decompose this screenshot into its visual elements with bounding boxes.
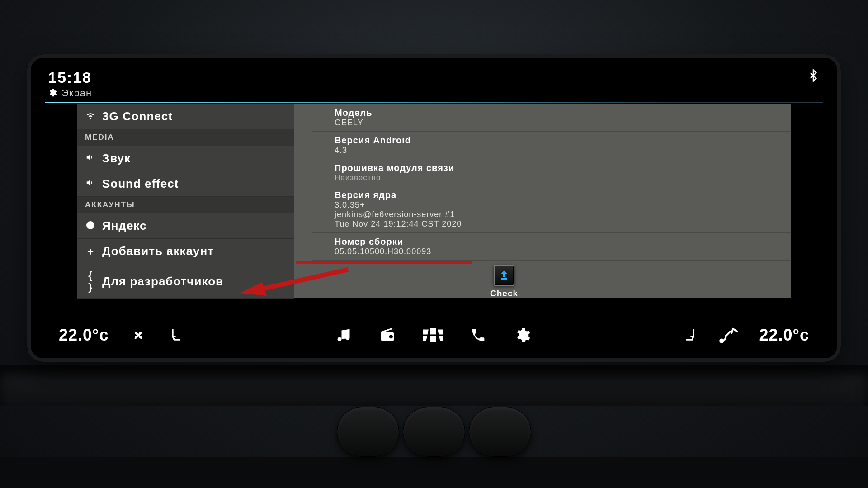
sidebar-item-label: Для разработчиков xyxy=(102,275,223,289)
svg-rect-8 xyxy=(430,328,436,334)
svg-rect-9 xyxy=(438,329,443,334)
seat-right-icon[interactable] xyxy=(680,326,698,344)
info-build-number[interactable]: Номер сборки 05.05.10500.H30.00093 xyxy=(312,233,791,261)
dock-right-cluster: 22.0°c xyxy=(680,326,809,345)
svg-line-6 xyxy=(381,329,392,332)
plus-icon: ＋ xyxy=(85,245,96,258)
bluetooth-icon[interactable] xyxy=(807,69,820,85)
speaker-icon xyxy=(85,152,96,165)
sidebar-item-sound-effect[interactable]: Sound effect xyxy=(77,171,294,197)
sidebar-item-yandex[interactable]: Яндекс xyxy=(77,213,294,239)
info-label: Версия ядра xyxy=(335,190,782,200)
clock: 15:18 xyxy=(48,69,92,86)
settings-icon[interactable] xyxy=(514,327,531,344)
svg-marker-2 xyxy=(240,282,267,296)
svg-rect-10 xyxy=(423,336,427,341)
sidebar-item-label: Яндекс xyxy=(102,219,147,233)
info-model[interactable]: Модель GEELY xyxy=(312,104,791,132)
dock-left-cluster: 22.0°c xyxy=(59,326,186,345)
sidebar-item-add-account[interactable]: ＋ Добавить аккаунт xyxy=(77,239,294,264)
seat-left-icon[interactable] xyxy=(168,326,186,344)
airflow-icon[interactable] xyxy=(719,326,739,344)
info-android-version[interactable]: Версия Android 4.3 xyxy=(312,132,791,159)
info-value: GEELY xyxy=(335,118,782,128)
sidebar-item-label: Звук xyxy=(102,152,131,166)
info-label: Версия Android xyxy=(335,135,782,146)
info-value: 3.0.35+ xyxy=(335,200,782,210)
breadcrumb[interactable]: Экран xyxy=(45,87,823,102)
header-divider xyxy=(45,102,823,103)
breadcrumb-label: Экран xyxy=(61,87,92,99)
svg-point-13 xyxy=(720,339,723,342)
svg-rect-0 xyxy=(501,278,507,280)
svg-rect-12 xyxy=(439,336,443,341)
info-baseband[interactable]: Прошивка модуля связи Неизвестно xyxy=(312,159,791,186)
check-update-label: Check Update xyxy=(475,289,533,298)
svg-point-5 xyxy=(389,335,393,338)
bottom-dock: 22.0°c xyxy=(45,320,823,350)
speaker-icon xyxy=(85,178,96,190)
temp-left[interactable]: 22.0°c xyxy=(59,326,108,345)
svg-point-3 xyxy=(137,334,140,337)
sidebar-item-label: Sound effect xyxy=(102,177,179,191)
account-icon xyxy=(85,220,96,232)
sidebar-item-label: 3G Connect xyxy=(102,109,173,123)
annotation-arrow xyxy=(235,265,353,297)
main-content: 3G Connect MEDIA Звук Sound effect АККАУ… xyxy=(45,104,823,298)
info-value: Tue Nov 24 19:12:44 CST 2020 xyxy=(335,219,782,229)
info-label: Модель xyxy=(335,108,782,118)
info-value: 05.05.10500.H30.00093 xyxy=(335,247,782,256)
apps-icon[interactable] xyxy=(423,327,443,343)
info-value: Неизвестно xyxy=(335,173,782,182)
wifi-icon xyxy=(85,110,96,123)
about-panel: Модель GEELY Версия Android 4.3 Прошивка… xyxy=(294,104,791,298)
info-value: 4.3 xyxy=(335,146,782,155)
check-update-button[interactable]: Check Update xyxy=(475,265,533,298)
music-icon[interactable] xyxy=(335,327,352,343)
gear-icon xyxy=(48,88,57,99)
info-kernel[interactable]: Версия ядра 3.0.35+ jenkins@fe6version-s… xyxy=(312,186,791,233)
dock-center-cluster xyxy=(335,327,531,344)
radio-icon[interactable] xyxy=(379,327,396,344)
svg-rect-11 xyxy=(430,336,436,342)
status-bar: 15:18 xyxy=(45,67,823,87)
temp-right[interactable]: 22.0°c xyxy=(760,326,809,345)
info-label: Прошивка модуля связи xyxy=(335,163,782,173)
dashboard-shelf xyxy=(0,365,868,406)
svg-line-1 xyxy=(258,270,348,290)
sidebar-item-label: Добавить аккаунт xyxy=(102,244,214,258)
sidebar-header-accounts: АККАУНТЫ xyxy=(77,197,294,213)
sidebar-header-media: MEDIA xyxy=(77,129,294,146)
sidebar-item-sound[interactable]: Звук xyxy=(77,146,294,171)
fan-icon[interactable] xyxy=(129,326,147,344)
upload-icon xyxy=(494,265,514,286)
annotation-underline xyxy=(296,261,472,264)
phone-icon[interactable] xyxy=(470,327,486,343)
head-unit-frame: 15:18 Экран 3G Connect MEDIA xyxy=(27,54,841,362)
info-value: jenkins@fe6version-server #1 xyxy=(335,210,782,219)
info-label: Номер сборки xyxy=(335,237,782,247)
physical-buttons xyxy=(337,407,531,457)
sidebar-item-3g-connect[interactable]: 3G Connect xyxy=(77,104,294,129)
svg-rect-7 xyxy=(423,329,429,334)
braces-icon: { } xyxy=(85,270,96,293)
dashboard-lower xyxy=(0,457,868,488)
